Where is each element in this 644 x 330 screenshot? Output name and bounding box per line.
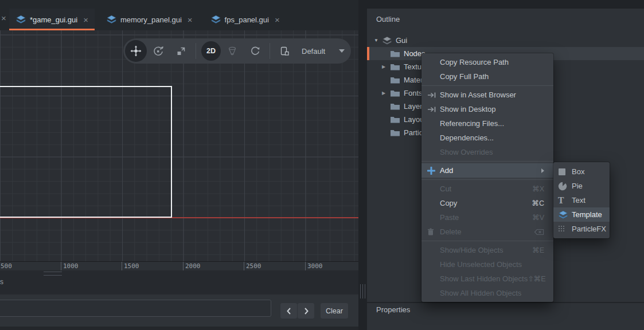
menu-item-dependencies[interactable]: Dependencies... [421,131,553,145]
tab-game-gui[interactable]: *game_gui.gui × [9,9,95,30]
submenu-item-particlefx[interactable]: ParticleFX [553,222,610,236]
collapse-arrow-icon[interactable]: ▶ [382,91,390,96]
submenu-item-text[interactable]: T Text [553,193,610,207]
tree-row-gui[interactable]: ▼ Gui [367,34,644,47]
menu-item-cut: Cut ⌘X [421,182,553,196]
scale-tool-button[interactable] [170,40,193,62]
submenu-item-box[interactable]: Box [553,164,610,179]
menu-separator [421,161,553,162]
menu-item-show-in-asset-browser[interactable]: Show in Asset Browser [421,88,553,102]
layout-profile-value: Default [302,47,325,56]
shortcut-label: ⌘V [532,213,544,222]
prev-match-button[interactable] [280,303,297,319]
editor-window: × *game_gui.gui × memory_panel.gui × fps… [0,0,644,330]
tab-strip: × *game_gui.gui × memory_panel.gui × fps… [0,0,358,30]
device-icon [279,46,290,57]
submenu-item-pie[interactable]: Pie [553,179,610,193]
scene-viewport[interactable]: 2D Defa [0,30,358,261]
outline-panel-title: Outline [376,15,400,23]
trash-icon [427,228,434,235]
move-tool-button[interactable] [125,40,147,62]
tab-memory-panel[interactable]: memory_panel.gui × [100,9,199,30]
console-filter-input[interactable] [0,300,271,317]
menu-item-copy-resource-path[interactable]: Copy Resource Path [421,55,553,69]
properties-panel-title: Properties [376,305,410,314]
folder-icon [390,128,400,138]
menu-item-show-hide-objects: Show/Hide Objects ⌘E [421,243,553,257]
menu-item-copy[interactable]: Copy ⌘C [421,196,553,210]
ruler-tick: 1500 [122,262,139,271]
refresh-icon [249,45,261,57]
particlefx-icon [558,225,565,233]
tab-close-icon[interactable]: × [188,15,193,24]
menu-item-add[interactable]: Add [421,163,553,178]
gui-file-icon [106,15,117,24]
rotate-tool-button[interactable] [147,40,170,62]
tab-fps-panel[interactable]: fps_panel.gui × [204,9,286,30]
menu-separator [421,85,553,86]
gui-layers-icon [382,36,392,45]
folder-icon [390,89,400,98]
horizontal-ruler: 500 1000 1500 2000 2500 3000 [0,261,358,270]
clipped-pane-text: s [0,278,3,286]
console-pane: s Clear [0,270,358,330]
shortcut-label: ⇧⌘E [528,274,545,283]
device-simulation-button[interactable] [273,40,296,62]
submenu-item-template[interactable]: Template [553,207,610,222]
perspective-camera-button[interactable] [221,40,244,62]
shortcut-label: ⌘C [532,199,544,207]
clipped-tab-close-icon[interactable]: × [1,14,6,22]
menu-item-show-last-hidden-objects: Show Last Hidden Objects ⇧⌘E [421,272,553,286]
pie-icon [558,182,567,191]
vertical-splitter-handle[interactable] [360,284,365,298]
jump-to-icon [427,92,436,99]
tab-label: fps_panel.gui [225,15,269,24]
reload-button[interactable] [244,40,267,62]
clear-console-button[interactable]: Clear [321,303,348,319]
gui-file-icon [15,15,26,24]
folder-icon [390,49,400,58]
shortcut-label: ⌘E [532,246,544,254]
chevron-down-icon[interactable] [339,49,345,53]
horizontal-splitter-handle[interactable] [44,272,62,276]
rotate-icon [153,45,164,57]
tab-label: *game_gui.gui [30,15,77,24]
next-match-button[interactable] [298,303,314,319]
menu-item-referencing-files[interactable]: Referencing Files... [421,116,553,131]
console-toolbar: Clear [0,294,358,327]
menu-item-show-in-desktop[interactable]: Show in Desktop [421,102,553,116]
menu-item-copy-full-path[interactable]: Copy Full Path [421,69,553,84]
chevron-right-icon [303,308,309,315]
frustum-icon [227,45,238,57]
chevron-left-icon [286,308,292,315]
menu-item-hide-unselected-objects: Hide Unselected Objects [421,257,553,272]
ruler-tick: 2500 [244,262,261,271]
toolbar-divider [270,43,270,59]
shortcut-label: ⌘X [532,184,544,193]
gui-file-icon [210,15,221,24]
menu-separator [421,179,553,180]
forward-delete-icon [534,229,544,235]
box-icon [558,168,566,176]
menu-separator [421,241,553,241]
console-content-area [0,327,358,330]
gui-bounds-rect [0,86,172,218]
expand-arrow-icon[interactable]: ▼ [374,38,382,43]
menu-item-delete: Delete [421,225,553,239]
menu-item-show-all-hidden-objects: Show All Hidden Objects [421,286,553,300]
tab-close-icon[interactable]: × [275,15,280,24]
tab-close-icon[interactable]: × [83,15,88,24]
collapse-arrow-icon[interactable]: ▶ [382,64,390,69]
viewport-toolbar: 2D Defa [123,38,351,64]
text-icon: T [558,197,564,205]
ruler-tick: 2000 [183,262,201,271]
mode-2d-button[interactable]: 2D [201,41,221,61]
tree-row-label: Fonts [404,89,423,97]
context-menu: Copy Resource Path Copy Full Path Show i… [421,53,553,302]
menu-item-paste: Paste ⌘V [421,210,553,225]
menu-item-show-overrides: Show Overrides [421,145,553,159]
ruler-tick: 1000 [61,262,79,271]
ruler-tick: 500 [0,262,12,271]
scale-icon [175,45,187,57]
tab-label: memory_panel.gui [120,15,182,24]
